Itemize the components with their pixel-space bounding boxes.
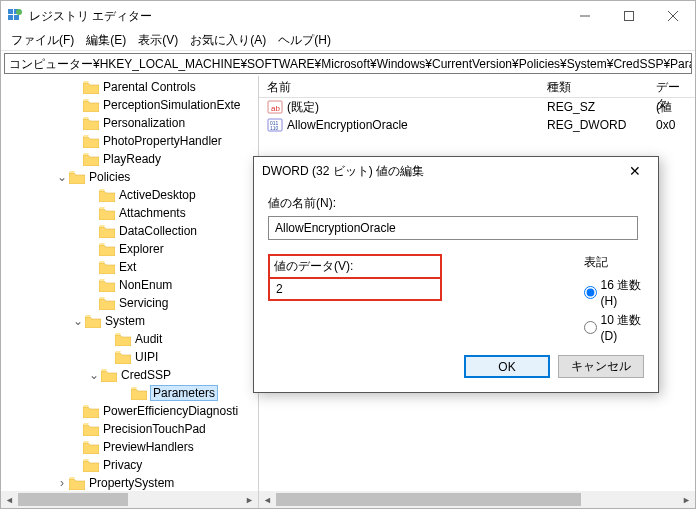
edit-dword-dialog: DWORD (32 ビット) 値の編集 ✕ 値の名前(N): 値のデータ(V):… — [253, 156, 659, 393]
svg-rect-2 — [8, 15, 13, 20]
base-label: 表記 — [584, 254, 644, 271]
folder-icon — [99, 278, 115, 292]
tree-twisty-icon[interactable]: ⌄ — [55, 170, 69, 184]
scroll-left-icon[interactable]: ◄ — [1, 491, 18, 508]
radio-hex-input[interactable] — [584, 286, 597, 299]
tree-twisty-icon[interactable]: ⌄ — [87, 368, 101, 382]
folder-icon — [99, 206, 115, 220]
tree-twisty-icon[interactable]: › — [55, 476, 69, 490]
radio-dec-input[interactable] — [584, 321, 597, 334]
tree-hscrollbar[interactable]: ◄ ► — [1, 491, 258, 508]
tree-item[interactable]: PowerEfficiencyDiagnosti — [3, 402, 258, 420]
menu-help[interactable]: ヘルプ(H) — [272, 32, 337, 49]
scroll-left-icon[interactable]: ◄ — [259, 491, 276, 508]
folder-icon — [99, 224, 115, 238]
tree-item[interactable]: Ext — [3, 258, 258, 276]
tree-item[interactable]: PerceptionSimulationExte — [3, 96, 258, 114]
tree-item-label: Ext — [119, 260, 136, 274]
svg-rect-6 — [625, 12, 634, 21]
menu-view[interactable]: 表示(V) — [132, 32, 184, 49]
tree-item-label: Attachments — [119, 206, 186, 220]
tree-item[interactable]: Personalization — [3, 114, 258, 132]
tree-item[interactable]: Servicing — [3, 294, 258, 312]
tree-item[interactable]: ⌄System — [3, 312, 258, 330]
scroll-right-icon[interactable]: ► — [241, 491, 258, 508]
folder-icon — [83, 422, 99, 436]
menu-file[interactable]: ファイル(F) — [5, 32, 80, 49]
tree-item-label: ActiveDesktop — [119, 188, 196, 202]
col-type[interactable]: 種類 — [539, 76, 648, 97]
folder-icon — [83, 116, 99, 130]
tree-item[interactable]: Attachments — [3, 204, 258, 222]
close-button[interactable] — [651, 1, 695, 31]
tree-twisty-icon[interactable]: ⌄ — [71, 314, 85, 328]
title-bar: レジストリ エディター — [1, 1, 695, 31]
minimize-button[interactable] — [563, 1, 607, 31]
tree-item[interactable]: PreviewHandlers — [3, 438, 258, 456]
tree-item-label: PowerEfficiencyDiagnosti — [103, 404, 238, 418]
folder-icon — [83, 152, 99, 166]
tree-item[interactable]: Parental Controls — [3, 78, 258, 96]
address-bar[interactable]: コンピューター¥HKEY_LOCAL_MACHINE¥SOFTWARE¥Micr… — [4, 53, 692, 74]
tree-item-label: PropertySystem — [89, 476, 174, 490]
radio-dec[interactable]: 10 進数(D) — [584, 312, 644, 343]
scroll-right-icon[interactable]: ► — [678, 491, 695, 508]
tree-item[interactable]: UIPI — [3, 348, 258, 366]
window-title: レジストリ エディター — [29, 8, 563, 25]
value-name-input[interactable] — [268, 216, 638, 240]
dialog-title-bar[interactable]: DWORD (32 ビット) 値の編集 ✕ — [254, 157, 658, 185]
tree-item[interactable]: PlayReady — [3, 150, 258, 168]
svg-text:110: 110 — [270, 125, 279, 131]
tree-item[interactable]: ›PropertySystem — [3, 474, 258, 491]
tree-item[interactable]: ⌄Policies — [3, 168, 258, 186]
tree-item-label: Servicing — [119, 296, 168, 310]
cancel-button[interactable]: キャンセル — [558, 355, 644, 378]
tree-item[interactable]: Parameters — [3, 384, 258, 402]
svg-point-4 — [16, 9, 22, 15]
tree-item[interactable]: NonEnum — [3, 276, 258, 294]
tree-item[interactable]: Explorer — [3, 240, 258, 258]
tree-item-label: Privacy — [103, 458, 142, 472]
list-row[interactable]: 011110AllowEncryptionOracleREG_DWORD0x0 — [259, 116, 695, 134]
tree-item[interactable]: ⌄CredSSP — [3, 366, 258, 384]
tree-item-label: CredSSP — [121, 368, 171, 382]
value-data-input[interactable] — [268, 277, 442, 301]
col-name[interactable]: 名前 — [259, 76, 539, 97]
list-row[interactable]: ab(既定)REG_SZ(値 — [259, 98, 695, 116]
tree-item-label: PreviewHandlers — [103, 440, 194, 454]
tree-item[interactable]: PhotoPropertyHandler — [3, 132, 258, 150]
scrollbar-thumb[interactable] — [276, 493, 581, 506]
svg-rect-3 — [14, 15, 19, 20]
folder-icon — [115, 332, 131, 346]
tree-item-label: DataCollection — [119, 224, 197, 238]
menu-edit[interactable]: 編集(E) — [80, 32, 132, 49]
folder-icon — [83, 458, 99, 472]
col-data[interactable]: データ — [648, 76, 695, 97]
scrollbar-thumb[interactable] — [18, 493, 128, 506]
maximize-button[interactable] — [607, 1, 651, 31]
tree-item[interactable]: ActiveDesktop — [3, 186, 258, 204]
string-value-icon: ab — [267, 99, 283, 115]
folder-icon — [85, 314, 101, 328]
radio-hex[interactable]: 16 進数(H) — [584, 277, 644, 308]
tree-item[interactable]: Privacy — [3, 456, 258, 474]
tree-item-label: Personalization — [103, 116, 185, 130]
tree-item[interactable]: Audit — [3, 330, 258, 348]
svg-text:ab: ab — [271, 104, 280, 113]
menu-favorites[interactable]: お気に入り(A) — [184, 32, 272, 49]
ok-button[interactable]: OK — [464, 355, 550, 378]
tree-item[interactable]: DataCollection — [3, 222, 258, 240]
folder-icon — [99, 296, 115, 310]
tree-item[interactable]: PrecisionTouchPad — [3, 420, 258, 438]
folder-icon — [131, 386, 147, 400]
tree-item-label: UIPI — [135, 350, 158, 364]
list-hscrollbar[interactable]: ◄ ► — [259, 491, 695, 508]
folder-icon — [69, 476, 85, 490]
folder-icon — [83, 134, 99, 148]
dialog-close-button[interactable]: ✕ — [620, 163, 650, 179]
folder-icon — [83, 80, 99, 94]
app-icon — [7, 8, 23, 24]
tree-item-label: PlayReady — [103, 152, 161, 166]
svg-rect-0 — [8, 9, 13, 14]
folder-icon — [99, 242, 115, 256]
